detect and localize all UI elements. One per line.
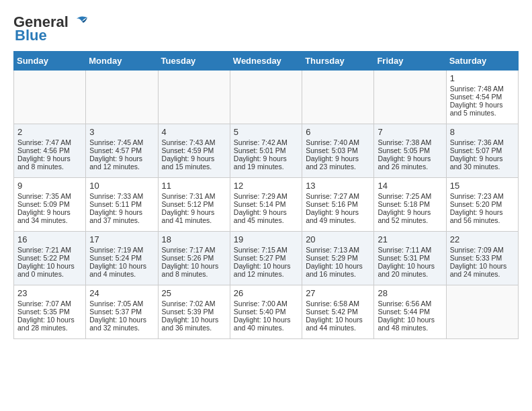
calendar-cell: 22Sunrise: 7:09 AMSunset: 5:33 PMDayligh…	[446, 232, 518, 285]
daylight-text: Daylight: 9 hours and 52 minutes.	[378, 208, 442, 224]
day-number: 9	[17, 181, 82, 191]
sunrise-text: Sunrise: 7:23 AM	[450, 192, 515, 200]
sunrise-text: Sunrise: 7:17 AM	[162, 246, 226, 254]
sunset-text: Sunset: 5:33 PM	[450, 254, 515, 262]
page-header: General Blue	[13, 13, 519, 44]
sunset-text: Sunset: 5:18 PM	[378, 200, 442, 208]
day-number: 1	[450, 73, 515, 83]
day-header-friday: Friday	[374, 52, 446, 71]
day-number: 21	[378, 234, 442, 244]
daylight-text: Daylight: 9 hours and 37 minutes.	[89, 208, 154, 224]
calendar-cell: 25Sunrise: 7:02 AMSunset: 5:39 PMDayligh…	[158, 285, 230, 339]
sunrise-text: Sunrise: 7:19 AM	[89, 246, 154, 254]
daylight-text: Daylight: 10 hours and 8 minutes.	[162, 262, 226, 278]
day-number: 25	[162, 288, 226, 298]
calendar-cell: 9Sunrise: 7:35 AMSunset: 5:09 PMDaylight…	[14, 178, 86, 232]
calendar-cell: 17Sunrise: 7:19 AMSunset: 5:24 PMDayligh…	[86, 232, 158, 285]
daylight-text: Daylight: 9 hours and 45 minutes.	[234, 208, 298, 224]
day-number: 18	[162, 234, 226, 244]
calendar-cell: 24Sunrise: 7:05 AMSunset: 5:37 PMDayligh…	[86, 285, 158, 339]
daylight-text: Daylight: 9 hours and 8 minutes.	[17, 154, 82, 171]
sunrise-text: Sunrise: 6:56 AM	[378, 300, 442, 308]
day-number: 7	[378, 127, 442, 137]
calendar-cell: 23Sunrise: 7:07 AMSunset: 5:35 PMDayligh…	[14, 285, 86, 339]
calendar-cell: 12Sunrise: 7:29 AMSunset: 5:14 PMDayligh…	[230, 178, 302, 232]
sunset-text: Sunset: 5:31 PM	[378, 254, 442, 262]
daylight-text: Daylight: 10 hours and 44 minutes.	[306, 316, 370, 332]
calendar-cell	[446, 285, 518, 339]
calendar-cell: 2Sunrise: 7:47 AMSunset: 4:56 PMDaylight…	[14, 124, 86, 178]
sunrise-text: Sunrise: 7:05 AM	[89, 300, 154, 308]
calendar-week-row: 2Sunrise: 7:47 AMSunset: 4:56 PMDaylight…	[14, 124, 519, 178]
daylight-text: Daylight: 10 hours and 12 minutes.	[234, 262, 298, 278]
sunrise-text: Sunrise: 6:58 AM	[306, 300, 370, 308]
sunset-text: Sunset: 5:24 PM	[89, 254, 154, 262]
calendar-cell: 21Sunrise: 7:11 AMSunset: 5:31 PMDayligh…	[374, 232, 446, 285]
sunset-text: Sunset: 5:27 PM	[234, 254, 298, 262]
sunrise-text: Sunrise: 7:11 AM	[378, 246, 442, 254]
calendar-cell: 19Sunrise: 7:15 AMSunset: 5:27 PMDayligh…	[230, 232, 302, 285]
calendar-cell: 6Sunrise: 7:40 AMSunset: 5:03 PMDaylight…	[302, 124, 374, 178]
day-number: 22	[450, 234, 515, 244]
calendar-cell: 14Sunrise: 7:25 AMSunset: 5:18 PMDayligh…	[374, 178, 446, 232]
calendar-cell	[374, 71, 446, 124]
sunset-text: Sunset: 5:42 PM	[306, 308, 370, 316]
sunset-text: Sunset: 5:44 PM	[378, 308, 442, 316]
daylight-text: Daylight: 10 hours and 28 minutes.	[17, 316, 82, 332]
day-number: 19	[234, 234, 298, 244]
calendar-cell: 4Sunrise: 7:43 AMSunset: 4:59 PMDaylight…	[158, 124, 230, 178]
calendar-cell: 20Sunrise: 7:13 AMSunset: 5:29 PMDayligh…	[302, 232, 374, 285]
sunset-text: Sunset: 4:57 PM	[89, 146, 154, 154]
sunrise-text: Sunrise: 7:45 AM	[89, 138, 154, 146]
day-number: 6	[306, 127, 370, 137]
calendar-cell	[230, 71, 302, 124]
sunrise-text: Sunrise: 7:48 AM	[450, 85, 515, 93]
sunrise-text: Sunrise: 7:02 AM	[162, 300, 226, 308]
sunset-text: Sunset: 5:26 PM	[162, 254, 226, 262]
sunset-text: Sunset: 4:59 PM	[162, 146, 226, 154]
daylight-text: Daylight: 9 hours and 5 minutes.	[450, 101, 515, 117]
daylight-text: Daylight: 10 hours and 20 minutes.	[378, 262, 442, 278]
day-number: 20	[306, 234, 370, 244]
day-header-monday: Monday	[86, 52, 158, 71]
day-header-tuesday: Tuesday	[158, 52, 230, 71]
day-number: 26	[234, 288, 298, 298]
sunrise-text: Sunrise: 7:21 AM	[17, 246, 82, 254]
calendar-cell: 10Sunrise: 7:33 AMSunset: 5:11 PMDayligh…	[86, 178, 158, 232]
calendar-cell	[86, 71, 158, 124]
sunrise-text: Sunrise: 7:07 AM	[17, 300, 82, 308]
sunrise-text: Sunrise: 7:09 AM	[450, 246, 515, 254]
logo-blue: Blue	[15, 27, 47, 44]
sunset-text: Sunset: 5:09 PM	[17, 200, 82, 208]
day-number: 27	[306, 288, 370, 298]
daylight-text: Daylight: 10 hours and 24 minutes.	[450, 262, 515, 278]
daylight-text: Daylight: 9 hours and 30 minutes.	[450, 154, 515, 171]
calendar-cell	[14, 71, 86, 124]
calendar-week-row: 1Sunrise: 7:48 AMSunset: 4:54 PMDaylight…	[14, 71, 519, 124]
day-number: 8	[450, 127, 515, 137]
sunrise-text: Sunrise: 7:43 AM	[162, 138, 226, 146]
daylight-text: Daylight: 9 hours and 15 minutes.	[162, 154, 226, 171]
day-number: 17	[89, 234, 154, 244]
sunrise-text: Sunrise: 7:25 AM	[378, 192, 442, 200]
daylight-text: Daylight: 9 hours and 23 minutes.	[306, 154, 370, 171]
calendar-cell	[302, 71, 374, 124]
sunrise-text: Sunrise: 7:29 AM	[234, 192, 298, 200]
daylight-text: Daylight: 9 hours and 26 minutes.	[378, 154, 442, 171]
calendar-cell: 13Sunrise: 7:27 AMSunset: 5:16 PMDayligh…	[302, 178, 374, 232]
day-header-sunday: Sunday	[14, 52, 86, 71]
daylight-text: Daylight: 10 hours and 48 minutes.	[378, 316, 442, 332]
day-number: 28	[378, 288, 442, 298]
sunrise-text: Sunrise: 7:35 AM	[17, 192, 82, 200]
calendar-week-row: 16Sunrise: 7:21 AMSunset: 5:22 PMDayligh…	[14, 232, 519, 285]
sunset-text: Sunset: 5:05 PM	[378, 146, 442, 154]
sunrise-text: Sunrise: 7:27 AM	[306, 192, 370, 200]
day-number: 13	[306, 181, 370, 191]
calendar-cell: 18Sunrise: 7:17 AMSunset: 5:26 PMDayligh…	[158, 232, 230, 285]
sunrise-text: Sunrise: 7:00 AM	[234, 300, 298, 308]
day-number: 5	[234, 127, 298, 137]
day-number: 15	[450, 181, 515, 191]
daylight-text: Daylight: 10 hours and 0 minutes.	[17, 262, 82, 278]
daylight-text: Daylight: 10 hours and 40 minutes.	[234, 316, 298, 332]
sunset-text: Sunset: 5:03 PM	[306, 146, 370, 154]
